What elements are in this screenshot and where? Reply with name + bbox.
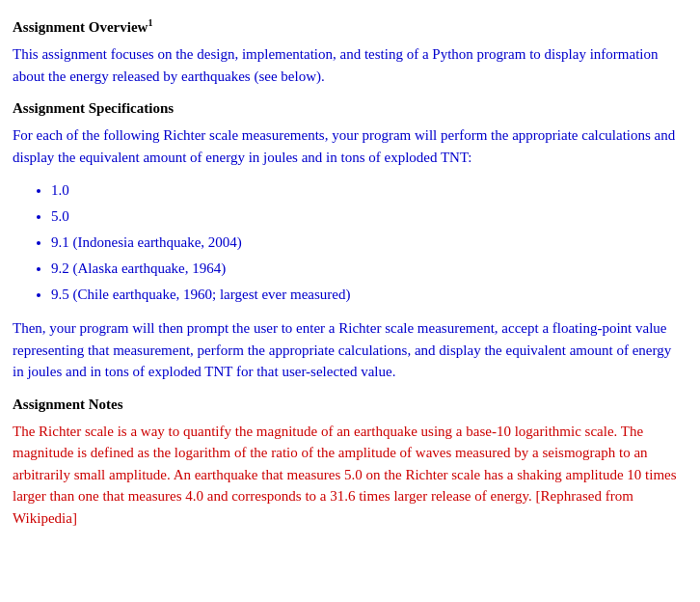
notes-heading: Assignment Notes: [13, 397, 681, 413]
overview-section: Assignment Overview1 This assignment foc…: [13, 17, 681, 87]
specifications-after: Then, your program will then prompt the …: [13, 317, 681, 383]
notes-section: Assignment Notes The Richter scale is a …: [13, 397, 681, 530]
specifications-intro: For each of the following Richter scale …: [13, 124, 681, 168]
list-item: 5.0: [51, 204, 681, 230]
list-item: 9.2 (Alaska earthquake, 1964): [51, 256, 681, 282]
list-item: 9.5 (Chile earthquake, 1960; largest eve…: [51, 282, 681, 308]
list-item: 1.0: [51, 178, 681, 204]
richter-scale-list: 1.0 5.0 9.1 (Indonesia earthquake, 2004)…: [51, 178, 681, 308]
overview-paragraph: This assignment focuses on the design, i…: [13, 43, 681, 87]
list-item: 9.1 (Indonesia earthquake, 2004): [51, 230, 681, 256]
specifications-heading: Assignment Specifications: [13, 100, 681, 117]
notes-paragraph: The Richter scale is a way to quantify t…: [13, 421, 681, 530]
overview-heading: Assignment Overview1: [13, 17, 681, 36]
specifications-section: Assignment Specifications For each of th…: [13, 100, 681, 383]
